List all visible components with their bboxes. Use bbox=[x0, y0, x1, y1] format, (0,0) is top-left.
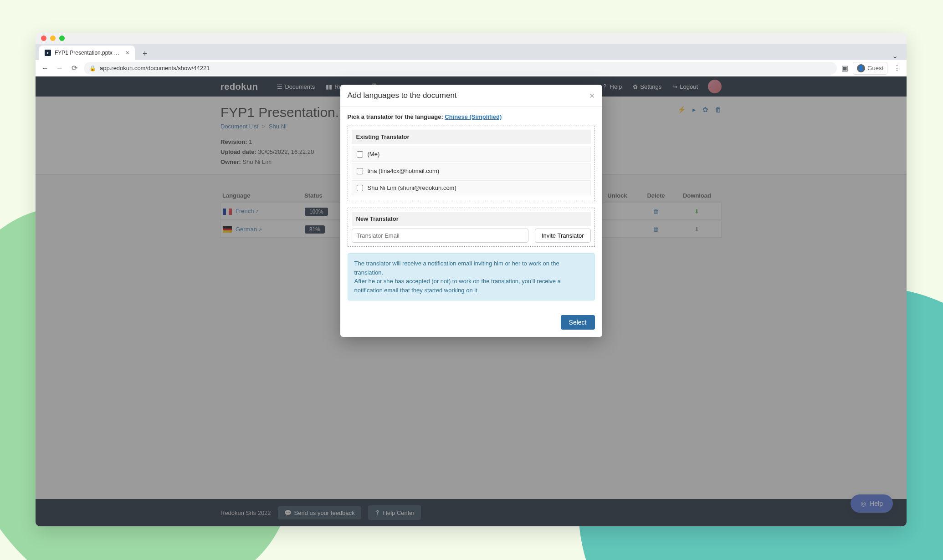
translator-name: tina (tina4cx@hotmail.com) bbox=[368, 168, 440, 174]
translator-checkbox[interactable] bbox=[357, 151, 363, 158]
menu-icon[interactable]: ⋮ bbox=[892, 64, 902, 72]
translator-option[interactable]: Shu Ni Lim (shuni@redokun.com) bbox=[352, 180, 591, 195]
reload-button[interactable]: ⟳ bbox=[69, 64, 79, 72]
translator-name: (Me) bbox=[368, 151, 380, 158]
window-maximize-dot[interactable] bbox=[59, 36, 65, 41]
favicon-icon: r bbox=[45, 50, 51, 56]
profile-label: Guest bbox=[867, 65, 883, 71]
target-language-link[interactable]: Chinese (Simplified) bbox=[445, 113, 502, 120]
translator-checkbox[interactable] bbox=[357, 185, 363, 191]
tabs-dropdown-icon[interactable]: ⌄ bbox=[888, 51, 901, 60]
extension-icon[interactable]: ▣ bbox=[841, 64, 848, 72]
url-text: app.redokun.com/documents/show/44221 bbox=[100, 65, 210, 71]
url-input[interactable]: 🔒 app.redokun.com/documents/show/44221 bbox=[84, 62, 837, 75]
existing-translator-label: Existing Translator bbox=[352, 130, 591, 144]
translator-name: Shu Ni Lim (shuni@redokun.com) bbox=[368, 184, 456, 191]
select-button[interactable]: Select bbox=[561, 315, 595, 330]
new-translator-box: New Translator Invite Translator bbox=[348, 208, 595, 247]
browser-window: r FYP1 Presentation.pptx – Red… × + ⌄ ← … bbox=[36, 33, 907, 526]
app-viewport: redokun ☰Documents ▮▮Reporting 🗄Translat… bbox=[36, 76, 907, 526]
address-bar: ← → ⟳ 🔒 app.redokun.com/documents/show/4… bbox=[36, 60, 907, 76]
window-minimize-dot[interactable] bbox=[50, 36, 56, 41]
translator-checkbox[interactable] bbox=[357, 168, 363, 174]
pick-translator-label: Pick a translator for the language: Chin… bbox=[348, 113, 595, 120]
browser-tab[interactable]: r FYP1 Presentation.pptx – Red… × bbox=[39, 46, 135, 60]
translator-option[interactable]: tina (tina4cx@hotmail.com) bbox=[352, 163, 591, 178]
info-message: The translator will receive a notificati… bbox=[348, 253, 595, 300]
translator-email-input[interactable] bbox=[352, 229, 529, 243]
modal-title: Add languages to the document bbox=[348, 91, 457, 100]
tab-title: FYP1 Presentation.pptx – Red… bbox=[55, 50, 122, 56]
new-tab-button[interactable]: + bbox=[138, 47, 151, 60]
profile-button[interactable]: 👤 Guest bbox=[853, 62, 887, 75]
window-controls bbox=[36, 33, 907, 44]
modal-overlay[interactable]: Add languages to the document × Pick a t… bbox=[36, 76, 907, 526]
modal-close-button[interactable]: × bbox=[589, 91, 595, 100]
add-language-modal: Add languages to the document × Pick a t… bbox=[340, 85, 602, 337]
forward-button[interactable]: → bbox=[55, 64, 65, 72]
new-translator-label: New Translator bbox=[352, 212, 591, 226]
close-tab-icon[interactable]: × bbox=[126, 49, 129, 56]
lock-icon: 🔒 bbox=[89, 65, 96, 71]
back-button[interactable]: ← bbox=[40, 64, 50, 72]
translator-option[interactable]: (Me) bbox=[352, 147, 591, 162]
invite-translator-button[interactable]: Invite Translator bbox=[535, 229, 591, 243]
browser-tabbar: r FYP1 Presentation.pptx – Red… × + ⌄ bbox=[36, 44, 907, 60]
window-close-dot[interactable] bbox=[41, 36, 46, 41]
profile-icon: 👤 bbox=[857, 64, 865, 72]
existing-translators-box: Existing Translator (Me)tina (tina4cx@ho… bbox=[348, 126, 595, 201]
